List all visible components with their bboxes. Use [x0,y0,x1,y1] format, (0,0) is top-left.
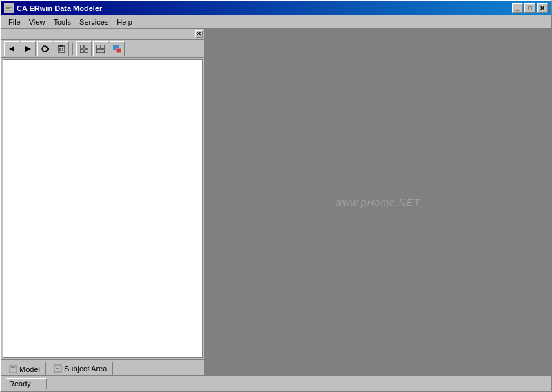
lp-diamond-btn[interactable] [110,41,125,56]
svg-rect-23 [56,367,60,367]
svg-rect-15 [96,50,105,53]
app-icon [4,3,14,13]
minimize-button[interactable]: _ [512,3,523,13]
svg-marker-3 [9,46,14,52]
status-text: Ready [9,380,31,388]
maximize-button[interactable]: □ [524,3,535,13]
inner-panel-titlebar: ✕ [1,29,204,40]
lp-prev-btn[interactable] [4,41,19,56]
svg-rect-13 [85,50,88,53]
window-title: CA ERwin Data Modeler [17,4,102,12]
titlebar: CA ERwin Data Modeler _ □ ✕ [1,1,551,15]
right-panel[interactable]: www.pHome.NET [205,29,551,375]
lp-next-btn[interactable] [21,41,36,56]
menu-view[interactable]: View [25,17,50,28]
canvas-area[interactable] [3,59,203,358]
tab-subject-area-label: Subject Area [64,364,107,373]
lp-delete-btn[interactable] [54,41,69,56]
menu-file[interactable]: File [4,17,25,28]
svg-rect-24 [56,368,59,369]
statusbar: Ready [1,375,551,391]
svg-marker-4 [25,46,31,52]
svg-rect-6 [58,46,65,52]
svg-rect-21 [11,369,14,369]
svg-point-5 [42,46,48,52]
svg-rect-11 [85,45,88,48]
tab-subject-area[interactable]: Subject Area [48,362,113,375]
model-tab-icon [9,365,17,373]
window-controls: _ □ ✕ [512,3,548,13]
lp-grid2-btn[interactable] [93,41,108,56]
svg-rect-12 [80,50,83,53]
inner-panel-close-button[interactable]: ✕ [195,30,203,38]
subject-area-tab-icon [54,364,62,373]
tab-model[interactable]: Model [3,362,46,375]
menu-services[interactable]: Services [75,17,112,28]
menubar: File View Tools Services Help [1,15,551,29]
watermark-text: www.pHome.NET [335,197,420,208]
tabs-bar: Model Subject Area [1,359,204,375]
svg-rect-20 [11,367,15,368]
toolbar-separator-1 [72,43,73,55]
lp-grid-btn[interactable] [76,41,92,56]
svg-rect-2 [6,8,10,9]
status-panel: Ready [6,378,47,389]
svg-rect-1 [6,7,12,8]
main-area: ✕ [1,29,551,375]
menu-help[interactable]: Help [112,17,136,28]
titlebar-left: CA ERwin Data Modeler [4,3,102,13]
svg-rect-10 [80,45,83,48]
left-toolbar [1,40,204,58]
menu-tools[interactable]: Tools [49,17,75,28]
main-window: CA ERwin Data Modeler _ □ ✕ File View To… [0,0,552,392]
svg-rect-7 [60,45,63,46]
lp-refresh-btn[interactable] [37,41,52,56]
svg-rect-18 [116,48,121,53]
close-button[interactable]: ✕ [537,3,548,13]
tab-model-label: Model [19,365,40,373]
inner-panel: ✕ [1,29,204,375]
left-panel: ✕ [1,29,205,375]
